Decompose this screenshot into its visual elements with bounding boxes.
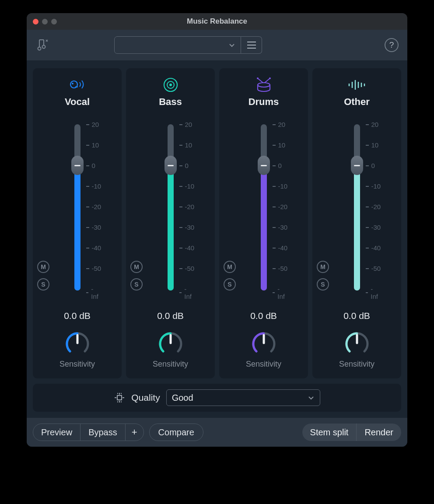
- chevron-down-icon: [308, 394, 315, 401]
- preset-menu-button[interactable]: [241, 36, 262, 54]
- sensitivity-knob[interactable]: [251, 331, 277, 357]
- scale-tick: 10: [179, 141, 192, 149]
- gain-value: 0.0 dB: [250, 311, 277, 321]
- scale-tick: -20: [366, 203, 381, 210]
- stem-split-button[interactable]: Stem split: [302, 424, 357, 441]
- svg-point-12: [169, 84, 172, 86]
- scale-tick: 20: [273, 121, 286, 128]
- svg-point-2: [38, 47, 41, 50]
- scale-tick: -40: [366, 244, 381, 252]
- solo-button[interactable]: S: [317, 278, 329, 290]
- mute-button[interactable]: M: [37, 261, 49, 273]
- slider-handle[interactable]: [258, 156, 270, 175]
- drums-icon: [254, 76, 273, 94]
- maximize-button[interactable]: [51, 19, 57, 24]
- scale-tick: -10: [179, 182, 195, 190]
- compare-button[interactable]: Compare: [149, 424, 203, 441]
- gain-slider[interactable]: 20100-10-20-30-40-50-Inf M S: [126, 124, 215, 295]
- quality-value: Good: [172, 393, 193, 403]
- mute-button[interactable]: M: [130, 261, 143, 273]
- scale-tick: -10: [366, 182, 381, 190]
- scale-tick: -20: [86, 203, 102, 210]
- preset-dropdown[interactable]: [114, 36, 241, 54]
- scale-tick: 10: [86, 141, 99, 149]
- solo-button[interactable]: S: [130, 278, 143, 290]
- mute-button[interactable]: M: [317, 261, 329, 273]
- preview-button[interactable]: Preview: [33, 424, 80, 441]
- scale-tick: -20: [179, 203, 195, 210]
- scale-tick: 20: [179, 121, 192, 128]
- svg-point-3: [42, 46, 46, 49]
- mute-button[interactable]: M: [224, 261, 236, 273]
- minimize-button[interactable]: [42, 19, 48, 24]
- quality-select[interactable]: Good: [166, 389, 320, 406]
- scale-tick: -10: [86, 182, 102, 190]
- render-button[interactable]: Render: [357, 424, 401, 441]
- hamburger-icon: [247, 41, 256, 49]
- svg-point-17: [269, 77, 271, 79]
- bass-icon: [162, 76, 179, 94]
- sensitivity-knob[interactable]: [158, 331, 184, 357]
- other-icon: [347, 76, 367, 94]
- svg-point-18: [258, 83, 270, 87]
- scale-tick: 0: [366, 162, 375, 169]
- channel-other: Other 20100-10-20-30-40-50-Inf M S 0.0 d…: [312, 68, 401, 378]
- gain-value: 0.0 dB: [157, 311, 184, 321]
- gain-slider[interactable]: 20100-10-20-30-40-50-Inf M S: [219, 124, 308, 295]
- quality-label: Quality: [131, 392, 160, 403]
- sensitivity-label: Sensitivity: [153, 360, 188, 369]
- channel-vocal: Vocal 20100-10-20-30-40-50-Inf M S 0.0 d…: [33, 68, 122, 378]
- help-button[interactable]: ?: [385, 38, 399, 52]
- scale-tick: -Inf: [179, 285, 192, 300]
- bypass-button[interactable]: Bypass: [80, 424, 126, 441]
- scale-tick: -20: [273, 203, 288, 210]
- preview-group: Preview Bypass +: [33, 424, 144, 441]
- scale-tick: -10: [273, 182, 288, 190]
- titlebar: Music Rebalance: [27, 13, 407, 30]
- svg-line-15: [265, 78, 270, 83]
- slider-handle[interactable]: [71, 156, 84, 175]
- scale-tick: 0: [273, 162, 282, 169]
- svg-point-16: [257, 77, 259, 79]
- scale-tick: -50: [179, 265, 195, 272]
- scale-tick: 20: [86, 121, 99, 128]
- svg-point-8: [72, 83, 74, 84]
- scale-tick: 0: [179, 162, 189, 169]
- scale-tick: -30: [86, 224, 102, 231]
- window-title: Music Rebalance: [27, 17, 407, 26]
- sensitivity-label: Sensitivity: [60, 360, 95, 369]
- sensitivity-label: Sensitivity: [246, 360, 281, 369]
- scale-tick: -Inf: [86, 285, 99, 300]
- scale-tick: -30: [366, 224, 381, 231]
- channel-drums: Drums 20100-10-20-30-40-50-Inf M S 0.0 d…: [219, 68, 308, 378]
- module-logo-icon: [35, 37, 49, 53]
- channel-name: Vocal: [65, 96, 90, 108]
- scale-tick: 20: [366, 121, 379, 128]
- channel-strips: Vocal 20100-10-20-30-40-50-Inf M S 0.0 d…: [33, 68, 401, 378]
- gain-slider[interactable]: 20100-10-20-30-40-50-Inf M S: [33, 124, 122, 295]
- quality-icon: [114, 392, 125, 403]
- sensitivity-label: Sensitivity: [339, 360, 374, 369]
- sensitivity-knob[interactable]: [344, 331, 370, 357]
- solo-button[interactable]: S: [37, 278, 49, 290]
- close-button[interactable]: [33, 19, 38, 24]
- gain-value: 0.0 dB: [64, 311, 91, 321]
- svg-rect-27: [117, 396, 122, 400]
- add-button[interactable]: +: [126, 424, 144, 441]
- slider-handle[interactable]: [351, 156, 363, 175]
- sensitivity-knob[interactable]: [64, 331, 91, 357]
- scale-tick: -50: [86, 265, 102, 272]
- gain-value: 0.0 dB: [343, 311, 370, 321]
- gain-slider[interactable]: 20100-10-20-30-40-50-Inf M S: [312, 124, 401, 295]
- scale-tick: -30: [273, 224, 288, 231]
- quality-row: Quality Good: [33, 384, 401, 412]
- scale-tick: -Inf: [366, 285, 379, 300]
- preset-group: [114, 36, 262, 54]
- slider-handle[interactable]: [164, 156, 177, 175]
- solo-button[interactable]: S: [224, 278, 236, 290]
- scale-tick: -40: [86, 244, 102, 252]
- window-controls: [33, 19, 57, 24]
- plugin-window: Music Rebalance: [27, 13, 407, 447]
- scale-tick: 10: [366, 141, 379, 149]
- scale-tick: 0: [86, 162, 95, 169]
